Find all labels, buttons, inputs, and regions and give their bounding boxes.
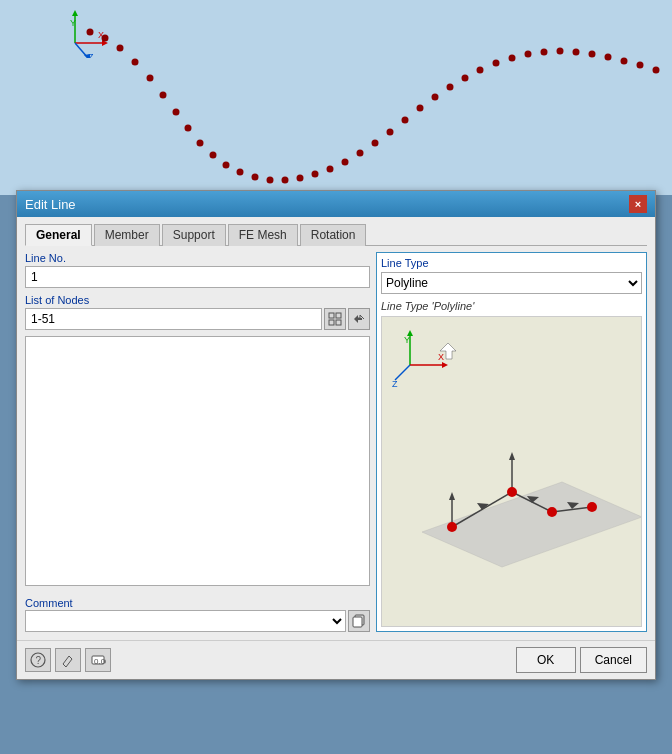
svg-marker-58 [442, 362, 448, 368]
viewport-canvas: Y X Z [0, 0, 672, 195]
right-panel: Line Type Polyline Arc via 3 Points NURB… [376, 252, 647, 632]
svg-point-45 [621, 58, 628, 65]
svg-line-81 [63, 664, 66, 667]
svg-text:X: X [438, 352, 444, 362]
left-panel: Line No. List of Nodes [25, 252, 370, 632]
preview-label: Line Type 'Polyline' [381, 300, 642, 312]
line-no-label: Line No. [25, 252, 370, 264]
comment-label: Comment [25, 597, 73, 609]
value-button[interactable]: 0.00 [85, 648, 111, 672]
svg-point-19 [223, 162, 230, 169]
svg-point-46 [637, 62, 644, 69]
svg-point-14 [160, 92, 167, 99]
svg-point-40 [541, 49, 548, 56]
svg-point-42 [573, 49, 580, 56]
tab-rotation[interactable]: Rotation [300, 224, 367, 246]
svg-point-37 [493, 60, 500, 67]
dialog-main-content: Line No. List of Nodes [25, 252, 647, 632]
help-icon: ? [30, 652, 46, 668]
svg-point-43 [589, 51, 596, 58]
svg-point-16 [185, 125, 192, 132]
svg-point-47 [653, 67, 660, 74]
svg-point-30 [387, 129, 394, 136]
list-nodes-label: List of Nodes [25, 294, 370, 306]
svg-point-39 [525, 51, 532, 58]
line-type-label: Line Type [381, 257, 642, 269]
svg-point-74 [447, 522, 457, 532]
svg-rect-50 [329, 320, 334, 325]
tab-member[interactable]: Member [94, 224, 160, 246]
curve-visualization [0, 0, 672, 195]
svg-point-76 [547, 507, 557, 517]
line-type-row: Polyline Arc via 3 Points NURBS Straight… [381, 272, 642, 294]
svg-marker-73 [449, 492, 455, 500]
value-icon: 0.00 [90, 652, 106, 668]
svg-point-35 [462, 75, 469, 82]
line-type-select[interactable]: Polyline Arc via 3 Points NURBS Straight… [381, 272, 642, 294]
svg-point-9 [87, 29, 94, 36]
svg-point-27 [342, 159, 349, 166]
svg-point-12 [132, 59, 139, 66]
reverse-icon [352, 312, 366, 326]
svg-point-38 [509, 55, 516, 62]
help-button[interactable]: ? [25, 648, 51, 672]
svg-text:0.00: 0.00 [94, 657, 106, 666]
edit-button[interactable] [55, 648, 81, 672]
svg-point-22 [267, 177, 274, 184]
list-nodes-group: List of Nodes [25, 294, 370, 330]
reverse-button[interactable] [348, 308, 370, 330]
polyline-preview-svg [402, 372, 642, 602]
svg-point-33 [432, 94, 439, 101]
svg-point-75 [507, 487, 517, 497]
dialog-title: Edit Line [25, 197, 76, 212]
svg-point-32 [417, 105, 424, 112]
svg-rect-48 [329, 313, 334, 318]
line-no-group: Line No. [25, 252, 370, 288]
svg-marker-71 [509, 452, 515, 460]
svg-point-29 [372, 140, 379, 147]
svg-point-20 [237, 169, 244, 176]
list-nodes-input[interactable] [25, 308, 322, 330]
ok-button[interactable]: OK [516, 647, 576, 673]
line-no-input[interactable] [25, 266, 370, 288]
comment-row [25, 610, 370, 632]
svg-text:Z: Z [392, 379, 398, 389]
tab-fe-mesh[interactable]: FE Mesh [228, 224, 298, 246]
svg-point-41 [557, 48, 564, 55]
svg-point-13 [147, 75, 154, 82]
comment-copy-button[interactable] [348, 610, 370, 632]
edit-line-dialog: Edit Line × General Member Support FE Me… [16, 190, 656, 680]
svg-rect-53 [353, 617, 362, 627]
svg-rect-49 [336, 313, 341, 318]
comment-select[interactable] [25, 610, 346, 632]
svg-point-77 [587, 502, 597, 512]
footer-left-buttons: ? 0.00 [25, 648, 512, 672]
select-nodes-button[interactable] [324, 308, 346, 330]
svg-line-80 [69, 656, 72, 659]
svg-point-34 [447, 84, 454, 91]
list-nodes-row [25, 308, 370, 330]
svg-point-36 [477, 67, 484, 74]
close-button[interactable]: × [629, 195, 647, 213]
pencil-icon [60, 652, 76, 668]
dialog-body: General Member Support FE Mesh Rotation … [17, 217, 655, 640]
svg-text:?: ? [36, 655, 42, 666]
svg-point-25 [312, 171, 319, 178]
svg-point-44 [605, 54, 612, 61]
dialog-footer: ? 0.00 OK Cancel [17, 640, 655, 679]
svg-point-28 [357, 150, 364, 157]
tab-general[interactable]: General [25, 224, 92, 246]
dialog-titlebar: Edit Line × [17, 191, 655, 217]
copy-icon [352, 614, 366, 628]
svg-point-21 [252, 174, 259, 181]
svg-point-15 [173, 109, 180, 116]
preview-box: Y X Z [381, 316, 642, 627]
svg-text:Y: Y [404, 335, 410, 345]
svg-point-23 [282, 177, 289, 184]
cancel-button[interactable]: Cancel [580, 647, 647, 673]
comment-section: Comment [25, 596, 370, 632]
svg-point-17 [197, 140, 204, 147]
svg-point-10 [102, 35, 109, 42]
tab-support[interactable]: Support [162, 224, 226, 246]
svg-point-31 [402, 117, 409, 124]
